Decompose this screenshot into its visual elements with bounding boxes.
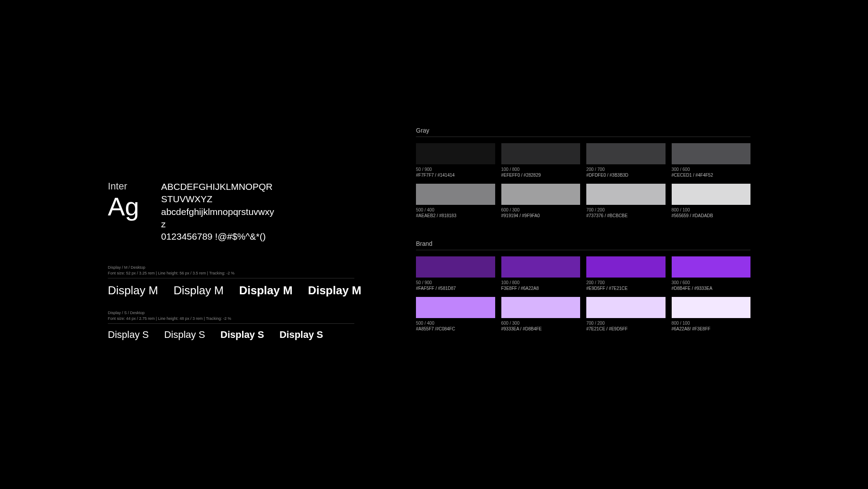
charset-lowercase: abcdefghijklmnopqrstuvwxyz bbox=[161, 206, 276, 231]
display-s-breadcrumb: Display / S / Desktop bbox=[108, 311, 354, 315]
swatch-item: 700 / 200#7E21CE / #E9D5FF bbox=[586, 297, 666, 331]
charset-numbers-symbols: 0123456789 !@#$%^&*() bbox=[161, 230, 276, 243]
swatch-hex: #CECED1 / #4F4F52 bbox=[672, 173, 751, 178]
swatch-color bbox=[416, 143, 495, 164]
swatch-color bbox=[416, 297, 495, 318]
display-s-bold: Display S bbox=[280, 329, 323, 341]
charset-column: ABCDEFGHIJKLMNOPQRSTUVWXYZ abcdefghijklm… bbox=[161, 181, 276, 243]
palette-title: Gray bbox=[416, 127, 750, 137]
swatch-label: 50 / 900 bbox=[416, 167, 495, 172]
font-sample: Ag bbox=[108, 194, 139, 219]
swatch-hex: #919194 / #9F9FA0 bbox=[501, 213, 581, 218]
swatch-hex: F3E8FF / #6A22A8 bbox=[501, 286, 581, 291]
swatch-color bbox=[416, 256, 495, 278]
swatch-color bbox=[672, 256, 751, 278]
swatch-hex: #565659 / #DADADB bbox=[672, 213, 751, 218]
swatch-color bbox=[672, 297, 751, 318]
swatch-color bbox=[672, 143, 751, 164]
font-name: Inter bbox=[108, 181, 139, 192]
swatch-label: 500 / 400 bbox=[416, 321, 495, 326]
display-m-medium: Display M bbox=[173, 284, 224, 297]
swatch-item: 50 / 900#F7F7F7 / #141414 bbox=[416, 143, 495, 178]
swatch-color bbox=[501, 256, 581, 278]
swatch-hex: #9333EA / #D8B4FE bbox=[501, 326, 581, 331]
swatch-item: 700 / 200#737376 / #BCBCBE bbox=[586, 184, 666, 218]
swatch-label: 100 / 800 bbox=[501, 280, 581, 285]
swatch-color bbox=[416, 184, 495, 205]
swatch-color bbox=[586, 256, 666, 278]
swatch-label: 200 / 700 bbox=[586, 280, 666, 285]
display-s-weights: Display S Display S Display S Display S bbox=[108, 329, 354, 341]
swatch-item: 500 / 400#AEAEB2 / #818183 bbox=[416, 184, 495, 218]
swatch-label: 600 / 300 bbox=[501, 321, 581, 326]
swatch-item: 50 / 900#FAF5FF / #581D87 bbox=[416, 256, 495, 291]
swatch-hex: #F7F7F7 / #141414 bbox=[416, 173, 495, 178]
swatch-color bbox=[501, 143, 581, 164]
swatch-hex: #DFDFE0 / #3B3B3D bbox=[586, 173, 666, 178]
display-m-bold: Display M bbox=[308, 284, 361, 297]
swatch-item: 200 / 700#DFDFE0 / #3B3B3D bbox=[586, 143, 666, 178]
display-m-section: Display / M / Desktop Font size: 52 px /… bbox=[108, 265, 354, 297]
swatch-color bbox=[672, 184, 751, 205]
swatch-label: 700 / 200 bbox=[586, 321, 666, 326]
display-m-breadcrumb: Display / M / Desktop bbox=[108, 265, 354, 270]
swatch-grid: 50 / 900#FAF5FF / #581D87100 / 800F3E8FF… bbox=[416, 256, 750, 331]
swatch-label: 700 / 200 bbox=[586, 207, 666, 212]
swatch-label: 500 / 400 bbox=[416, 207, 495, 212]
swatch-label: 300 / 600 bbox=[672, 167, 751, 172]
display-s-meta: Font size: 44 px / 2.75 rem | Line heigh… bbox=[108, 316, 354, 324]
color-palette-panel: Gray50 / 900#F7F7F7 / #141414100 / 800#E… bbox=[416, 127, 750, 353]
display-s-section: Display / S / Desktop Font size: 44 px /… bbox=[108, 311, 354, 341]
swatch-label: 50 / 900 bbox=[416, 280, 495, 285]
display-m-meta: Font size: 52 px / 3.25 rem | Line heigh… bbox=[108, 271, 354, 278]
swatch-item: 800 / 100#565659 / #DADADB bbox=[672, 184, 751, 218]
swatch-color bbox=[586, 143, 666, 164]
swatch-hex: #FAF5FF / #581D87 bbox=[416, 286, 495, 291]
swatch-hex: #EFEFF0 / #282829 bbox=[501, 173, 581, 178]
palette-section-brand: Brand50 / 900#FAF5FF / #581D87100 / 800F… bbox=[416, 240, 750, 331]
display-s-semibold: Display S bbox=[221, 329, 264, 341]
display-m-semibold: Display M bbox=[239, 284, 292, 297]
swatch-hex: #AEAEB2 / #818183 bbox=[416, 213, 495, 218]
swatch-hex: #6A22A8/ #F3E8FF bbox=[672, 326, 751, 331]
swatch-color bbox=[586, 297, 666, 318]
display-s-medium: Display S bbox=[164, 329, 205, 341]
swatch-label: 200 / 700 bbox=[586, 167, 666, 172]
font-name-column: Inter Ag bbox=[108, 181, 139, 243]
swatch-item: 600 / 300#9333EA / #D8B4FE bbox=[501, 297, 581, 331]
swatch-hex: #A855F7 /#C084FC bbox=[416, 326, 495, 331]
swatch-hex: #7E21CE / #E9D5FF bbox=[586, 326, 666, 331]
swatch-item: 300 / 600#CECED1 / #4F4F52 bbox=[672, 143, 751, 178]
swatch-hex: #D8B4FE / #9333EA bbox=[672, 286, 751, 291]
swatch-item: 500 / 400#A855F7 /#C084FC bbox=[416, 297, 495, 331]
swatch-hex: #E9D5FF / #7E21CE bbox=[586, 286, 666, 291]
swatch-item: 600 / 300#919194 / #9F9FA0 bbox=[501, 184, 581, 218]
swatch-label: 800 / 100 bbox=[672, 321, 751, 326]
palette-title: Brand bbox=[416, 240, 750, 250]
swatch-label: 800 / 100 bbox=[672, 207, 751, 212]
swatch-grid: 50 / 900#F7F7F7 / #141414100 / 800#EFEFF… bbox=[416, 143, 750, 218]
swatch-color bbox=[501, 297, 581, 318]
palette-section-gray: Gray50 / 900#F7F7F7 / #141414100 / 800#E… bbox=[416, 127, 750, 218]
swatch-item: 100 / 800F3E8FF / #6A22A8 bbox=[501, 256, 581, 291]
display-s-regular: Display S bbox=[108, 329, 149, 341]
swatch-color bbox=[501, 184, 581, 205]
swatch-item: 800 / 100#6A22A8/ #F3E8FF bbox=[672, 297, 751, 331]
swatch-label: 600 / 300 bbox=[501, 207, 581, 212]
swatch-label: 300 / 600 bbox=[672, 280, 751, 285]
charset-uppercase: ABCDEFGHIJKLMNOPQRSTUVWXYZ bbox=[161, 181, 276, 206]
swatch-color bbox=[586, 184, 666, 205]
display-m-regular: Display M bbox=[108, 284, 158, 297]
swatch-item: 100 / 800#EFEFF0 / #282829 bbox=[501, 143, 581, 178]
display-m-weights: Display M Display M Display M Display M bbox=[108, 284, 354, 297]
typography-panel: Inter Ag ABCDEFGHIJKLMNOPQRSTUVWXYZ abcd… bbox=[108, 181, 354, 354]
font-header: Inter Ag ABCDEFGHIJKLMNOPQRSTUVWXYZ abcd… bbox=[108, 181, 354, 243]
swatch-hex: #737376 / #BCBCBE bbox=[586, 213, 666, 218]
swatch-label: 100 / 800 bbox=[501, 167, 581, 172]
swatch-item: 300 / 600#D8B4FE / #9333EA bbox=[672, 256, 751, 291]
swatch-item: 200 / 700#E9D5FF / #7E21CE bbox=[586, 256, 666, 291]
